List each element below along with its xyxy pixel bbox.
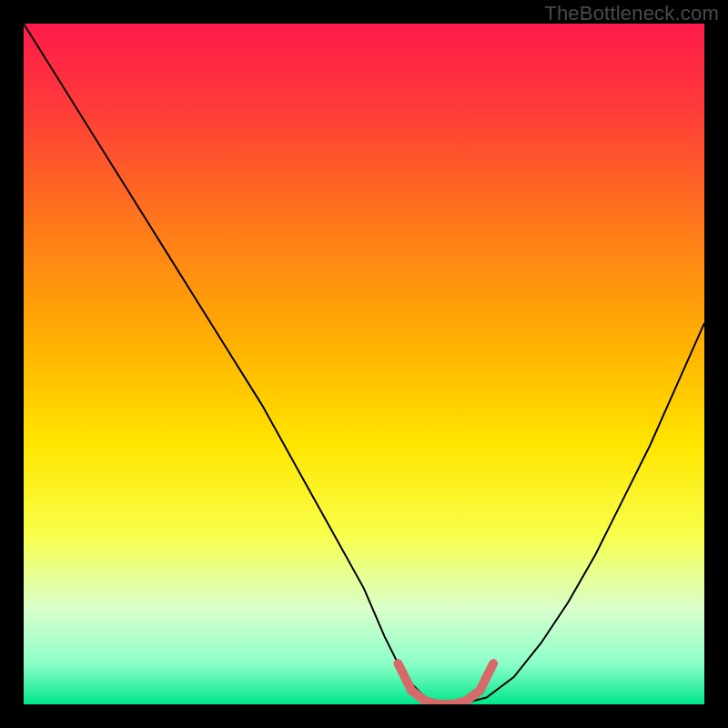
chart-svg — [24, 24, 704, 704]
chart-frame: TheBottleneck.com — [0, 0, 728, 728]
watermark-text: TheBottleneck.com — [544, 2, 719, 25]
gradient-background — [24, 24, 704, 704]
chart-plot — [24, 24, 704, 704]
